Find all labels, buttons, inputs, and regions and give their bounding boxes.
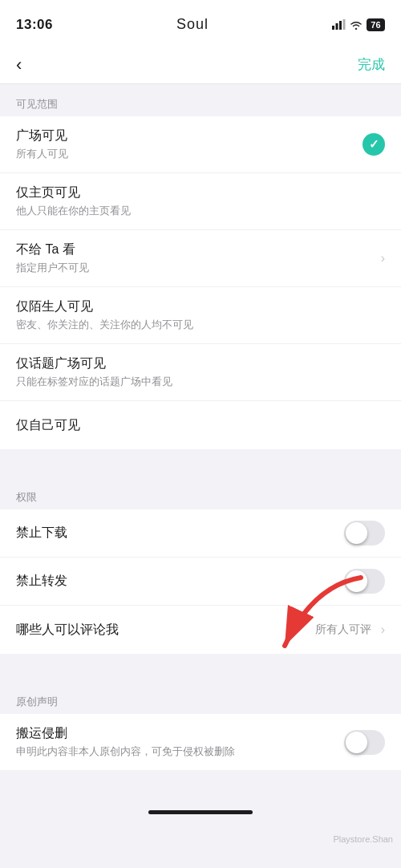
svg-rect-1	[336, 23, 338, 30]
item-title: 哪些人可以评论我	[16, 622, 315, 639]
item-subtitle: 所有人可见	[16, 147, 363, 161]
item-subtitle: 申明此内容非本人原创内容，可免于侵权被删除	[16, 744, 344, 759]
watermark: Playstore.Shan	[333, 834, 393, 844]
chevron-right-icon: ›	[381, 623, 385, 637]
item-title: 禁止转发	[16, 573, 344, 590]
item-right	[344, 730, 385, 755]
signal-icon	[332, 19, 346, 30]
list-item[interactable]: 搬运侵删 申明此内容非本人原创内容，可免于侵权被删除	[0, 714, 401, 770]
item-left: 哪些人可以评论我	[16, 622, 315, 639]
home-bar	[148, 810, 253, 814]
item-left: 广场可见 所有人可见	[16, 128, 363, 161]
item-title: 仅自己可见	[16, 417, 385, 434]
permissions-settings-group: 禁止下载 禁止转发 哪些人可以评论我 所有人可评 ›	[0, 509, 401, 654]
disable-download-toggle[interactable]	[344, 521, 385, 546]
chevron-right-icon: ›	[381, 251, 385, 266]
original-settings-group: 搬运侵删 申明此内容非本人原创内容，可免于侵权被删除	[0, 714, 401, 770]
visibility-settings-group: 广场可见 所有人可见 仅主页可见 他人只能在你的主页看见 不给 Ta 看 指定用…	[0, 116, 401, 449]
original-section-label: 原创声明	[0, 682, 401, 714]
app-name: Soul	[176, 16, 209, 33]
item-right	[344, 569, 385, 594]
item-left: 仅自己可见	[16, 417, 385, 434]
selected-checkmark	[363, 133, 385, 156]
item-left: 仅陌生人可见 密友、你关注的、关注你的人均不可见	[16, 298, 385, 332]
battery-icon: 76	[367, 18, 385, 31]
section-gap	[0, 449, 401, 477]
item-right: 所有人可评 ›	[315, 623, 385, 637]
nav-bar: ‹ 完成	[0, 46, 401, 84]
item-subtitle: 只能在标签对应的话题广场中看见	[16, 375, 385, 389]
item-title: 禁止下载	[16, 525, 344, 541]
item-left: 仅主页可见 他人只能在你的主页看见	[16, 185, 385, 218]
disable-forward-toggle[interactable]	[344, 569, 385, 594]
list-item[interactable]: 仅陌生人可见 密友、你关注的、关注你的人均不可见	[0, 287, 401, 344]
item-title: 广场可见	[16, 128, 363, 144]
item-title: 不给 Ta 看	[16, 241, 378, 258]
item-subtitle: 密友、你关注的、关注你的人均不可见	[16, 318, 385, 332]
item-left: 禁止转发	[16, 573, 344, 590]
done-button[interactable]: 完成	[358, 55, 385, 74]
item-right	[344, 521, 385, 546]
status-icons: 76	[332, 18, 385, 31]
list-item[interactable]: 禁止转发	[0, 558, 401, 606]
section-gap-2	[0, 654, 401, 682]
item-subtitle: 指定用户不可见	[16, 261, 378, 275]
item-left: 仅话题广场可见 只能在标签对应的话题广场中看见	[16, 355, 385, 389]
wifi-icon	[350, 20, 363, 30]
status-time: 13:06	[16, 17, 53, 33]
list-item[interactable]: 仅主页可见 他人只能在你的主页看见	[0, 173, 401, 230]
permissions-section-label: 权限	[0, 477, 401, 509]
item-left: 禁止下载	[16, 525, 344, 541]
svg-rect-0	[332, 26, 334, 30]
bottom-gap	[0, 770, 401, 802]
visibility-section-label: 可见范围	[0, 84, 401, 116]
item-left: 不给 Ta 看 指定用户不可见	[16, 241, 378, 275]
item-title: 仅话题广场可见	[16, 355, 385, 372]
item-right: ›	[378, 251, 385, 266]
item-subtitle: 他人只能在你的主页看见	[16, 204, 385, 218]
list-item[interactable]: 仅自己可见	[0, 401, 401, 449]
item-left: 搬运侵删 申明此内容非本人原创内容，可免于侵权被删除	[16, 725, 344, 759]
item-title: 搬运侵删	[16, 725, 344, 742]
comment-permission-value: 所有人可评	[315, 623, 371, 637]
item-right	[363, 133, 385, 156]
original-declaration-toggle[interactable]	[344, 730, 385, 755]
list-item[interactable]: 禁止下载	[0, 509, 401, 558]
back-button[interactable]: ‹	[16, 56, 22, 74]
list-item[interactable]: 广场可见 所有人可见	[0, 116, 401, 173]
battery-level: 76	[371, 20, 381, 30]
svg-rect-3	[343, 19, 346, 30]
list-item[interactable]: 哪些人可以评论我 所有人可评 ›	[0, 606, 401, 654]
item-title: 仅陌生人可见	[16, 298, 385, 315]
list-item[interactable]: 不给 Ta 看 指定用户不可见 ›	[0, 230, 401, 287]
svg-rect-2	[339, 21, 342, 30]
item-title: 仅主页可见	[16, 185, 385, 201]
list-item[interactable]: 仅话题广场可见 只能在标签对应的话题广场中看见	[0, 344, 401, 401]
status-bar: 13:06 Soul 76	[0, 0, 401, 46]
home-indicator	[0, 802, 401, 827]
